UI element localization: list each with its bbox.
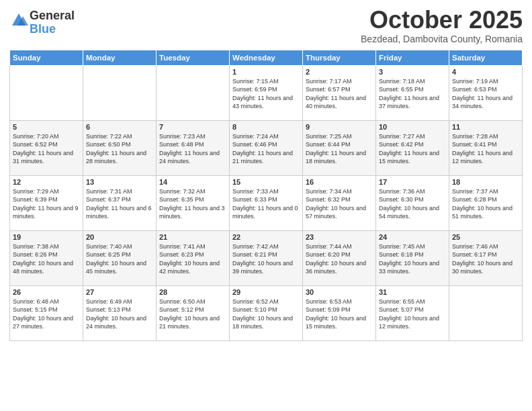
day-number: 3 xyxy=(379,68,446,76)
calendar-cell: 31Sunrise: 6:55 AM Sunset: 5:07 PM Dayli… xyxy=(376,285,449,340)
day-number: 9 xyxy=(306,123,373,131)
day-number: 21 xyxy=(159,233,226,241)
day-info: Sunrise: 7:22 AM Sunset: 6:50 PM Dayligh… xyxy=(86,132,153,166)
day-info: Sunrise: 7:25 AM Sunset: 6:44 PM Dayligh… xyxy=(306,132,373,166)
calendar-cell: 30Sunrise: 6:53 AM Sunset: 5:09 PM Dayli… xyxy=(303,285,376,340)
calendar-cell: 27Sunrise: 6:49 AM Sunset: 5:13 PM Dayli… xyxy=(83,285,157,340)
day-info: Sunrise: 7:19 AM Sunset: 6:53 PM Dayligh… xyxy=(452,77,519,111)
day-info: Sunrise: 7:20 AM Sunset: 6:52 PM Dayligh… xyxy=(13,132,80,166)
day-info: Sunrise: 7:18 AM Sunset: 6:55 PM Dayligh… xyxy=(379,77,446,111)
calendar-cell: 10Sunrise: 7:27 AM Sunset: 6:42 PM Dayli… xyxy=(376,120,449,175)
calendar-cell: 13Sunrise: 7:31 AM Sunset: 6:37 PM Dayli… xyxy=(83,175,157,230)
day-number: 22 xyxy=(232,233,300,241)
weekday-header-sunday: Sunday xyxy=(10,50,83,65)
calendar-cell: 25Sunrise: 7:46 AM Sunset: 6:17 PM Dayli… xyxy=(449,230,523,285)
calendar-cell: 28Sunrise: 6:50 AM Sunset: 5:12 PM Dayli… xyxy=(157,285,230,340)
calendar-cell: 2Sunrise: 7:17 AM Sunset: 6:57 PM Daylig… xyxy=(303,65,376,120)
weekday-header-tuesday: Tuesday xyxy=(157,50,230,65)
day-number: 26 xyxy=(13,288,80,296)
day-number: 7 xyxy=(159,123,226,131)
day-info: Sunrise: 7:24 AM Sunset: 6:46 PM Dayligh… xyxy=(232,132,300,166)
logo: General Blue xyxy=(9,9,75,36)
day-info: Sunrise: 7:45 AM Sunset: 6:18 PM Dayligh… xyxy=(379,242,446,276)
calendar-cell: 24Sunrise: 7:45 AM Sunset: 6:18 PM Dayli… xyxy=(376,230,449,285)
week-row-2: 5Sunrise: 7:20 AM Sunset: 6:52 PM Daylig… xyxy=(10,120,523,175)
day-number: 13 xyxy=(86,178,153,186)
day-number: 16 xyxy=(306,178,373,186)
calendar-cell xyxy=(449,285,523,340)
calendar-cell: 22Sunrise: 7:42 AM Sunset: 6:21 PM Dayli… xyxy=(230,230,303,285)
weekday-header-saturday: Saturday xyxy=(449,50,523,65)
day-info: Sunrise: 7:37 AM Sunset: 6:28 PM Dayligh… xyxy=(452,187,519,221)
day-info: Sunrise: 7:17 AM Sunset: 6:57 PM Dayligh… xyxy=(306,77,373,111)
day-info: Sunrise: 7:32 AM Sunset: 6:35 PM Dayligh… xyxy=(159,187,226,221)
week-row-4: 19Sunrise: 7:38 AM Sunset: 6:26 PM Dayli… xyxy=(10,230,523,285)
day-number: 10 xyxy=(379,123,446,131)
calendar-cell: 8Sunrise: 7:24 AM Sunset: 6:46 PM Daylig… xyxy=(230,120,303,175)
day-number: 24 xyxy=(379,233,446,241)
calendar-cell: 7Sunrise: 7:23 AM Sunset: 6:48 PM Daylig… xyxy=(157,120,230,175)
day-info: Sunrise: 7:42 AM Sunset: 6:21 PM Dayligh… xyxy=(232,242,300,276)
day-info: Sunrise: 7:27 AM Sunset: 6:42 PM Dayligh… xyxy=(379,132,446,166)
calendar-cell: 12Sunrise: 7:29 AM Sunset: 6:39 PM Dayli… xyxy=(10,175,83,230)
day-info: Sunrise: 7:34 AM Sunset: 6:32 PM Dayligh… xyxy=(306,187,373,221)
calendar-cell: 17Sunrise: 7:36 AM Sunset: 6:30 PM Dayli… xyxy=(376,175,449,230)
day-number: 14 xyxy=(159,178,226,186)
day-info: Sunrise: 7:46 AM Sunset: 6:17 PM Dayligh… xyxy=(452,242,519,276)
calendar-cell: 20Sunrise: 7:40 AM Sunset: 6:25 PM Dayli… xyxy=(83,230,157,285)
day-number: 30 xyxy=(306,288,373,296)
calendar-cell xyxy=(83,65,157,120)
day-info: Sunrise: 6:50 AM Sunset: 5:12 PM Dayligh… xyxy=(159,298,226,331)
calendar-cell: 16Sunrise: 7:34 AM Sunset: 6:32 PM Dayli… xyxy=(303,175,376,230)
day-number: 11 xyxy=(452,123,519,131)
calendar-cell: 4Sunrise: 7:19 AM Sunset: 6:53 PM Daylig… xyxy=(449,65,523,120)
day-number: 19 xyxy=(13,233,80,241)
day-info: Sunrise: 7:28 AM Sunset: 6:41 PM Dayligh… xyxy=(452,132,519,166)
day-info: Sunrise: 7:36 AM Sunset: 6:30 PM Dayligh… xyxy=(379,187,446,221)
calendar-cell: 1Sunrise: 7:15 AM Sunset: 6:59 PM Daylig… xyxy=(230,65,303,120)
calendar-cell: 6Sunrise: 7:22 AM Sunset: 6:50 PM Daylig… xyxy=(83,120,157,175)
day-number: 27 xyxy=(86,288,153,296)
day-info: Sunrise: 7:31 AM Sunset: 6:37 PM Dayligh… xyxy=(86,187,153,221)
day-number: 18 xyxy=(452,178,519,186)
logo-icon xyxy=(9,11,28,30)
calendar-cell xyxy=(10,65,83,120)
day-info: Sunrise: 6:52 AM Sunset: 5:10 PM Dayligh… xyxy=(232,298,300,331)
week-row-5: 26Sunrise: 6:48 AM Sunset: 5:15 PM Dayli… xyxy=(10,285,523,340)
logo-general: General xyxy=(30,9,75,23)
day-number: 4 xyxy=(452,68,519,76)
day-info: Sunrise: 7:33 AM Sunset: 6:33 PM Dayligh… xyxy=(232,187,300,221)
day-number: 12 xyxy=(13,178,80,186)
day-number: 25 xyxy=(452,233,519,241)
calendar-cell: 14Sunrise: 7:32 AM Sunset: 6:35 PM Dayli… xyxy=(157,175,230,230)
day-info: Sunrise: 7:15 AM Sunset: 6:59 PM Dayligh… xyxy=(232,77,300,111)
header: General Blue October 2025 Bezdead, Dambo… xyxy=(9,7,523,44)
day-number: 31 xyxy=(379,288,446,296)
day-info: Sunrise: 7:38 AM Sunset: 6:26 PM Dayligh… xyxy=(13,242,80,276)
day-info: Sunrise: 7:23 AM Sunset: 6:48 PM Dayligh… xyxy=(159,132,226,166)
weekday-header-row: SundayMondayTuesdayWednesdayThursdayFrid… xyxy=(10,50,523,65)
calendar-cell: 18Sunrise: 7:37 AM Sunset: 6:28 PM Dayli… xyxy=(449,175,523,230)
day-info: Sunrise: 6:53 AM Sunset: 5:09 PM Dayligh… xyxy=(306,298,373,331)
weekday-header-wednesday: Wednesday xyxy=(230,50,303,65)
day-number: 8 xyxy=(232,123,300,131)
week-row-1: 1Sunrise: 7:15 AM Sunset: 6:59 PM Daylig… xyxy=(10,65,523,120)
calendar-table: SundayMondayTuesdayWednesdayThursdayFrid… xyxy=(9,50,523,341)
day-number: 1 xyxy=(232,68,300,76)
day-number: 28 xyxy=(159,288,226,296)
day-info: Sunrise: 7:40 AM Sunset: 6:25 PM Dayligh… xyxy=(86,242,153,276)
week-row-3: 12Sunrise: 7:29 AM Sunset: 6:39 PM Dayli… xyxy=(10,175,523,230)
calendar-cell: 29Sunrise: 6:52 AM Sunset: 5:10 PM Dayli… xyxy=(230,285,303,340)
day-number: 6 xyxy=(86,123,153,131)
calendar-cell: 23Sunrise: 7:44 AM Sunset: 6:20 PM Dayli… xyxy=(303,230,376,285)
weekday-header-monday: Monday xyxy=(83,50,157,65)
day-info: Sunrise: 6:48 AM Sunset: 5:15 PM Dayligh… xyxy=(13,298,80,331)
weekday-header-friday: Friday xyxy=(376,50,449,65)
day-info: Sunrise: 6:55 AM Sunset: 5:07 PM Dayligh… xyxy=(379,298,446,331)
calendar-cell: 21Sunrise: 7:41 AM Sunset: 6:23 PM Dayli… xyxy=(157,230,230,285)
calendar-cell: 11Sunrise: 7:28 AM Sunset: 6:41 PM Dayli… xyxy=(449,120,523,175)
weekday-header-thursday: Thursday xyxy=(303,50,376,65)
month-title: October 2025 xyxy=(361,7,523,34)
calendar-cell: 15Sunrise: 7:33 AM Sunset: 6:33 PM Dayli… xyxy=(230,175,303,230)
calendar-cell: 9Sunrise: 7:25 AM Sunset: 6:44 PM Daylig… xyxy=(303,120,376,175)
